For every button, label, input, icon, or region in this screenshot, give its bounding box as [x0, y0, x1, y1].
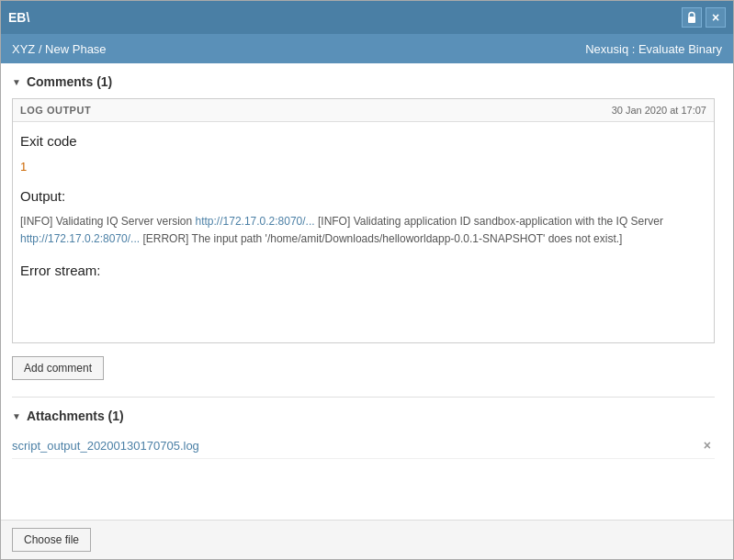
exit-code-heading: Exit code: [20, 131, 706, 152]
title-bar: EB\ ×: [1, 1, 733, 34]
attachments-arrow-icon: ▼: [12, 411, 21, 421]
output-heading: Output:: [20, 186, 706, 207]
log-output-label: LOG OUTPUT: [20, 105, 91, 116]
window-title: EB\: [8, 10, 29, 25]
log-header: LOG OUTPUT 30 Jan 2020 at 17:07: [13, 99, 714, 122]
subtitle-bar: XYZ / New Phase Nexusiq : Evaluate Binar…: [1, 34, 733, 63]
log-output-text: [INFO] Validating IQ Server version http…: [20, 213, 706, 248]
log-body[interactable]: Exit code 1 Output: [INFO] Validating IQ…: [13, 122, 714, 342]
section-divider: [12, 397, 715, 398]
comments-section-header[interactable]: ▼ Comments (1): [12, 74, 715, 89]
attachments-section-label: Attachments (1): [27, 409, 124, 423]
add-comment-button[interactable]: Add comment: [12, 356, 104, 380]
phase-title: Nexusiq : Evaluate Binary: [585, 42, 722, 56]
attachments-section-header[interactable]: ▼ Attachments (1): [12, 409, 715, 423]
attachment-link[interactable]: script_output_20200130170705.log: [12, 439, 199, 453]
comments-section-label: Comments (1): [27, 74, 112, 89]
comments-arrow-icon: ▼: [12, 77, 21, 87]
breadcrumb: XYZ / New Phase: [12, 42, 107, 56]
svg-rect-0: [688, 17, 695, 23]
main-window: EB\ × XYZ / New Phase Nexusiq : Evaluate…: [0, 0, 734, 560]
link-2[interactable]: http://172.17.0.2:8070/...: [20, 232, 140, 245]
choose-file-button[interactable]: Choose file: [12, 528, 91, 552]
title-bar-controls: ×: [682, 7, 726, 28]
link-1[interactable]: http://172.17.0.2:8070/...: [196, 215, 315, 228]
main-content: ▼ Comments (1) LOG OUTPUT 30 Jan 2020 at…: [1, 63, 733, 520]
attachment-remove-button[interactable]: ×: [700, 438, 715, 453]
close-button[interactable]: ×: [706, 7, 726, 28]
attachment-item: script_output_20200130170705.log ×: [12, 432, 715, 459]
log-timestamp: 30 Jan 2020 at 17:07: [612, 105, 706, 116]
lock-icon[interactable]: [682, 7, 702, 28]
log-output-box: LOG OUTPUT 30 Jan 2020 at 17:07 Exit cod…: [12, 98, 715, 343]
footer-bar: Choose file: [1, 520, 733, 559]
error-stream-heading: Error stream:: [20, 261, 706, 282]
exit-code-value: 1: [20, 158, 706, 176]
